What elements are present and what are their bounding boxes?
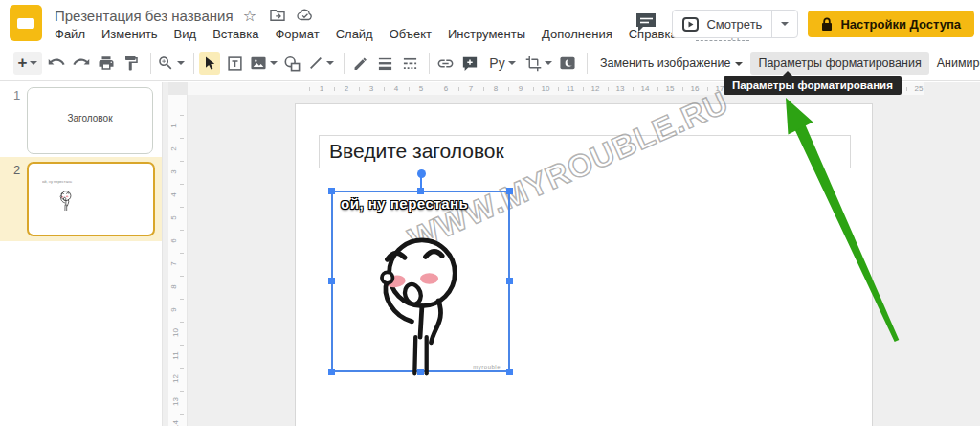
slide-canvas[interactable]: Введите заголовок WWW.MYROUBLE.RU ой, ну… (295, 103, 873, 426)
chevron-down-icon (30, 61, 37, 65)
slide-thumbnail-1[interactable]: Заголовок (27, 87, 153, 154)
selection-handle-bottom-right[interactable] (506, 369, 513, 375)
cloud-saved-icon[interactable] (297, 7, 314, 24)
rotation-handle[interactable] (417, 169, 426, 178)
selection-handle-middle-left[interactable] (328, 278, 335, 284)
chevron-down-icon (177, 61, 185, 65)
replace-image-button[interactable]: Заменить изображение (592, 52, 750, 75)
slide-thumbnail-2[interactable]: ой, ну перестань (27, 162, 155, 236)
star-icon[interactable]: ☆ (241, 7, 258, 24)
present-button[interactable]: Смотреть (672, 10, 798, 38)
selection-handle-top-right[interactable] (506, 188, 513, 194)
h-ruler-number: 16 (691, 84, 700, 93)
line-dash-button[interactable] (399, 52, 420, 75)
selection-handle-top-middle[interactable] (417, 188, 424, 194)
v-ruler-number: 6 (169, 238, 178, 242)
move-folder-icon[interactable] (269, 7, 286, 24)
menu-item-addons[interactable]: Дополнения (542, 27, 612, 41)
crop-image-button[interactable] (524, 52, 553, 75)
h-ruler-tick (458, 87, 459, 91)
h-ruler-number: 13 (616, 84, 625, 93)
menu-item-edit[interactable]: Изменить (101, 27, 158, 41)
insert-line-button[interactable] (306, 52, 335, 75)
h-ruler-tick (409, 87, 410, 91)
present-dropdown[interactable] (771, 11, 797, 37)
slide-number: 2 (13, 163, 20, 177)
menu-item-tools[interactable]: Инструменты (448, 27, 525, 41)
v-ruler-number: 13 (171, 397, 180, 406)
v-ruler-tick (180, 345, 184, 346)
mask-image-button[interactable] (557, 52, 578, 75)
watermark-small-text: myrouble (473, 364, 501, 370)
chevron-down-icon (326, 61, 334, 65)
v-ruler-tick (180, 276, 184, 277)
scribble-button[interactable] (349, 52, 370, 75)
paragraph-styles-button[interactable]: Ру (484, 52, 521, 75)
zoom-in-icon (157, 55, 174, 72)
v-ruler-number: 3 (169, 169, 178, 173)
zoom-button[interactable] (156, 52, 185, 75)
undo-button[interactable] (46, 52, 67, 75)
present-label: Смотреть (706, 17, 762, 32)
select-tool-button[interactable] (199, 52, 220, 75)
toolbar-divider (344, 53, 345, 74)
animate-button[interactable]: Анимировать (929, 52, 980, 75)
share-button[interactable]: Настройки Доступа (808, 11, 974, 37)
v-ruler-number: 11 (171, 351, 180, 359)
present-play-icon (682, 17, 699, 32)
insert-image-button[interactable] (249, 52, 278, 75)
meme-caption: ой, ну перестань (341, 195, 468, 212)
v-ruler-tick (180, 299, 184, 300)
selection-handle-bottom-left[interactable] (328, 369, 335, 375)
h-ruler-number: 9 (519, 84, 523, 93)
chevron-down-icon (735, 62, 743, 66)
present-main[interactable]: Смотреть (673, 17, 771, 32)
filmstrip-row-1: 1 Заголовок (0, 82, 162, 157)
document-title[interactable]: Презентация без названия (55, 8, 234, 24)
selection-handle-top-left[interactable] (328, 188, 335, 194)
v-ruler-number: 12 (171, 374, 180, 383)
redo-button[interactable] (71, 52, 92, 75)
insert-shape-button[interactable] (281, 52, 302, 75)
text-box-icon (227, 56, 243, 72)
text-box-button[interactable] (224, 52, 245, 75)
paint-format-button[interactable] (121, 52, 142, 75)
selection-handle-bottom-middle[interactable] (417, 369, 424, 375)
comments-button[interactable] (634, 11, 658, 37)
h-ruler-tick (682, 87, 683, 91)
insert-comment-button[interactable] (459, 52, 480, 75)
menu-item-object[interactable]: Объект (390, 27, 432, 41)
print-icon (98, 55, 115, 72)
v-ruler-tick (180, 161, 184, 162)
v-ruler-number: 10 (171, 328, 180, 337)
format-options-button[interactable]: Параметры форматирования (750, 52, 928, 75)
comment-bubble-icon (634, 11, 658, 34)
selected-image[interactable]: ой, ну перестань myrouble (331, 191, 510, 372)
v-ruler-tick (180, 207, 184, 208)
menu-item-file[interactable]: Файл (55, 27, 85, 41)
selection-handle-middle-right[interactable] (506, 278, 513, 284)
h-ruler-tick (558, 87, 559, 91)
mask-image-icon (559, 56, 576, 71)
insert-link-button[interactable] (434, 52, 456, 75)
menu-item-format[interactable]: Формат (275, 27, 319, 41)
thumbnail-caption: ой, ну перестань (42, 179, 72, 184)
menu-item-slide[interactable]: Слайд (336, 27, 373, 41)
new-slide-button[interactable]: + (13, 52, 42, 75)
v-ruler-number: 2 (169, 146, 178, 150)
lock-icon (821, 17, 833, 32)
slide-number: 1 (13, 88, 20, 102)
toolbar-divider (193, 53, 194, 74)
h-ruler-number: 10 (542, 84, 550, 93)
chevron-down-icon (545, 61, 552, 65)
slides-logo-icon[interactable] (10, 5, 42, 41)
vertical-ruler: 1234567891011121314 (168, 82, 188, 426)
pen-icon (352, 56, 368, 72)
h-ruler-tick (309, 87, 310, 91)
menu-item-view[interactable]: Вид (174, 27, 197, 41)
menu-item-insert[interactable]: Вставка (212, 27, 258, 41)
line-weight-button[interactable] (374, 52, 395, 75)
print-button[interactable] (96, 52, 117, 75)
h-ruler-tick (608, 87, 609, 91)
title-icons: ☆ (241, 7, 314, 24)
